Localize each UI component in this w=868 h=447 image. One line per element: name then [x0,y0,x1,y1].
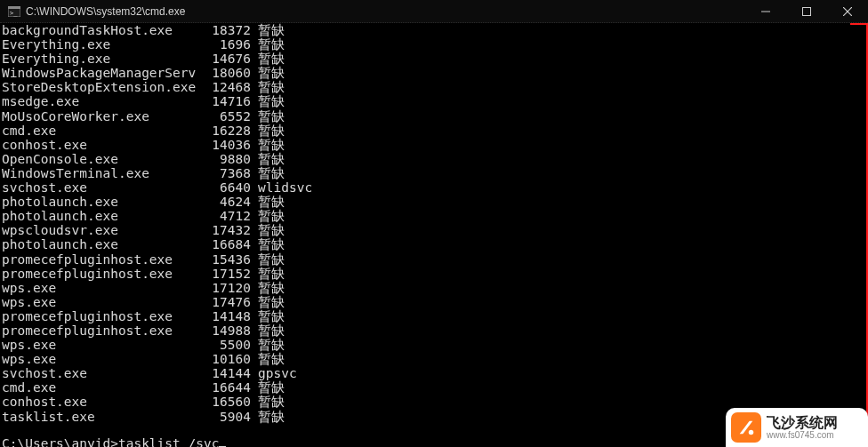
process-row: cmd.exe16228暂缺 [2,124,847,138]
watermark-title: 飞沙系统网 [767,415,838,430]
watermark-url: www.fs0745.com [767,430,838,440]
process-row: StoreDesktopExtension.exe12468暂缺 [2,80,847,94]
process-row: photolaunch.exe4624暂缺 [2,195,847,209]
process-pid: 6552 [201,109,251,124]
process-service: 暂缺 [251,66,285,80]
process-row: tasklist.exe5904暂缺 [2,410,847,424]
process-pid: 17152 [201,267,251,281]
terminal-output[interactable]: backgroundTaskHost.exe18372暂缺Everything.… [0,23,850,447]
process-row: wpscloudsvr.exe17432暂缺 [2,223,847,237]
process-name: MoUsoCoreWorker.exe [2,109,201,124]
svg-text:>_: >_ [10,10,18,17]
process-name: OpenConsole.exe [2,152,201,166]
process-name: wps.exe [2,338,201,352]
close-button[interactable] [827,0,868,23]
process-pid: 1696 [201,37,251,52]
watermark-badge: 飞沙系统网 www.fs0745.com [726,408,868,447]
process-row: promecefpluginhost.exe14148暂缺 [2,309,847,323]
process-pid: 17432 [201,223,251,237]
process-name: wps.exe [2,352,201,366]
watermark-text: 飞沙系统网 www.fs0745.com [767,415,838,440]
process-name: photolaunch.exe [2,195,201,209]
cmd-icon: >_ [7,4,21,19]
process-pid: 16560 [201,395,251,409]
prompt-line: C:\Users\anyid>tasklist /svc [2,424,847,447]
process-service: 暂缺 [251,281,285,295]
process-pid: 9880 [201,152,251,166]
process-service: 暂缺 [251,124,285,138]
process-service: 暂缺 [251,80,285,94]
process-name: photolaunch.exe [2,237,201,251]
process-pid: 5500 [201,338,251,352]
process-row: Everything.exe14676暂缺 [2,52,847,66]
process-service: 暂缺 [251,267,285,281]
process-row: promecefpluginhost.exe17152暂缺 [2,267,847,281]
process-row: photolaunch.exe16684暂缺 [2,237,847,251]
process-service: 暂缺 [251,195,285,209]
process-name: wps.exe [2,295,201,309]
process-pid: 17476 [201,295,251,309]
process-row: OpenConsole.exe9880暂缺 [2,152,847,166]
process-name: svchost.exe [2,366,201,380]
process-name: StoreDesktopExtension.exe [2,80,201,94]
window-title: C:\WINDOWS\system32\cmd.exe [26,5,745,18]
process-service: 暂缺 [251,309,285,323]
process-name: wpscloudsvr.exe [2,223,201,237]
svg-point-7 [749,430,754,435]
process-pid: 4712 [201,209,251,223]
process-row: conhost.exe14036暂缺 [2,138,847,152]
process-service: 暂缺 [251,152,285,166]
process-name: wps.exe [2,281,201,295]
process-row: svchost.exe6640wlidsvc [2,180,847,195]
prompt-path: C:\Users\anyid> [2,436,118,447]
process-name: promecefpluginhost.exe [2,309,201,323]
process-service: 暂缺 [251,52,285,66]
svg-rect-4 [803,7,811,15]
process-row: wps.exe17120暂缺 [2,281,847,295]
process-pid: 18060 [201,66,251,80]
process-name: WindowsPackageManagerServ [2,66,201,80]
process-service: 暂缺 [251,209,285,223]
process-name: promecefpluginhost.exe [2,323,201,338]
process-service: 暂缺 [251,410,285,424]
process-row: MoUsoCoreWorker.exe6552暂缺 [2,109,847,124]
process-pid: 15436 [201,252,251,267]
process-service: 暂缺 [251,295,285,309]
maximize-button[interactable] [786,0,827,23]
process-pid: 14148 [201,309,251,323]
process-name: WindowsTerminal.exe [2,166,201,180]
process-name: svchost.exe [2,180,201,195]
process-service: 暂缺 [251,323,285,338]
process-row: conhost.exe16560暂缺 [2,395,847,409]
process-row: wps.exe10160暂缺 [2,352,847,366]
process-pid: 10160 [201,352,251,366]
process-service: wlidsvc [251,180,312,195]
process-row: svchost.exe14144gpsvc [2,366,847,380]
process-name: backgroundTaskHost.exe [2,23,201,37]
process-row: Everything.exe1696暂缺 [2,37,847,52]
process-pid: 14716 [201,94,251,108]
process-pid: 7368 [201,166,251,180]
process-row: msedge.exe14716暂缺 [2,94,847,108]
process-name: conhost.exe [2,395,201,409]
process-service: gpsvc [251,366,297,380]
process-pid: 14988 [201,323,251,338]
process-pid: 14676 [201,52,251,66]
process-name: cmd.exe [2,124,201,138]
process-service: 暂缺 [251,380,285,395]
process-row: wps.exe5500暂缺 [2,338,847,352]
process-row: WindowsPackageManagerServ18060暂缺 [2,66,847,80]
process-row: photolaunch.exe4712暂缺 [2,209,847,223]
process-service: 暂缺 [251,338,285,352]
process-service: 暂缺 [251,352,285,366]
process-service: 暂缺 [251,166,285,180]
process-service: 暂缺 [251,252,285,267]
process-service: 暂缺 [251,94,285,108]
process-row: WindowsTerminal.exe7368暂缺 [2,166,847,180]
process-service: 暂缺 [251,237,285,251]
process-service: 暂缺 [251,109,285,124]
titlebar: >_ C:\WINDOWS\system32\cmd.exe [0,0,868,23]
minimize-button[interactable] [745,0,786,23]
process-pid: 16684 [201,237,251,251]
process-row: promecefpluginhost.exe15436暂缺 [2,252,847,267]
